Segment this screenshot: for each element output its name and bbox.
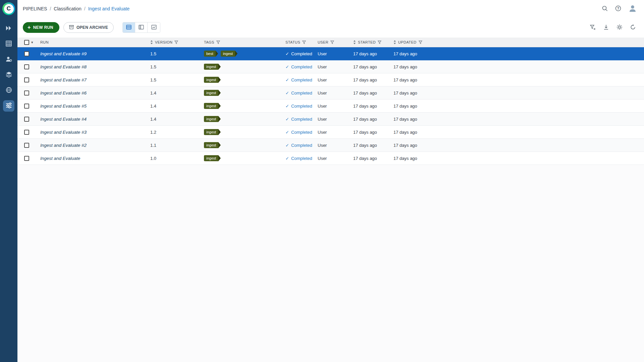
row-checkbox[interactable]	[24, 143, 29, 148]
layers-icon	[6, 71, 12, 79]
tag-ingest: ingest	[221, 51, 235, 57]
filter-icon[interactable]	[330, 41, 334, 44]
check-icon: ✓	[285, 130, 289, 135]
table-row[interactable]: Ingest and Evaluate #2 1.1 ingest ✓ Comp…	[17, 139, 644, 152]
column-header-started[interactable]: STARTED	[351, 40, 391, 44]
run-name-cell: Ingest and Evaluate #3	[38, 130, 148, 135]
sidebar-item-hyperdatasets[interactable]	[3, 69, 14, 81]
column-header-version[interactable]: VERSION	[148, 40, 201, 44]
run-tags: ingest	[201, 129, 283, 135]
row-checkbox[interactable]	[24, 130, 29, 135]
select-all-checkbox[interactable]	[24, 40, 29, 45]
table-view-button[interactable]	[123, 22, 135, 33]
worker-icon	[6, 56, 12, 64]
sidebar-item-reports[interactable]	[3, 85, 14, 96]
run-name[interactable]: Ingest and Evaluate #5	[40, 104, 87, 109]
run-name[interactable]: Ingest and Evaluate	[40, 156, 80, 161]
sidebar-nav	[3, 23, 14, 112]
run-updated: 17 days ago	[391, 104, 644, 109]
table-row[interactable]: Ingest and Evaluate #8 1.5 ingest ✓ Comp…	[17, 60, 644, 73]
sort-icon[interactable]	[150, 40, 153, 44]
run-name[interactable]: Ingest and Evaluate #9	[40, 51, 87, 56]
column-label: STARTED	[358, 40, 376, 44]
run-status: ✓ Completed	[283, 156, 315, 161]
split-view-button[interactable]	[135, 22, 148, 33]
run-user: User	[315, 77, 351, 82]
run-name[interactable]: Ingest and Evaluate #6	[40, 90, 87, 96]
new-run-button[interactable]: + NEW RUN	[23, 22, 59, 33]
table-row[interactable]: Ingest and Evaluate 1.0 ingest ✓ Complet…	[17, 152, 644, 165]
breadcrumb-separator: /	[84, 6, 86, 11]
row-checkbox[interactable]	[24, 51, 29, 56]
table-row[interactable]: Ingest and Evaluate #5 1.4 ingest ✓ Comp…	[17, 100, 644, 113]
row-checkbox[interactable]	[24, 156, 29, 161]
split-view-icon	[139, 25, 144, 31]
table-row[interactable]: Ingest and Evaluate #6 1.4 ingest ✓ Comp…	[17, 86, 644, 100]
run-name[interactable]: Ingest and Evaluate #2	[40, 143, 87, 148]
select-dropdown-caret[interactable]: ▾	[31, 40, 33, 45]
run-name[interactable]: Ingest and Evaluate #8	[40, 64, 87, 69]
open-archive-button[interactable]: OPEN ARCHIVE	[63, 22, 114, 33]
gear-icon	[616, 24, 623, 31]
download-button[interactable]	[603, 24, 609, 31]
row-checkbox[interactable]	[24, 90, 29, 96]
table-row[interactable]: Ingest and Evaluate #9 1.5 bestingest ✓ …	[17, 47, 644, 60]
run-updated: 17 days ago	[391, 77, 644, 82]
column-header-tags[interactable]: TAGS	[201, 40, 283, 44]
sort-icon[interactable]	[353, 40, 356, 44]
run-version: 1.4	[148, 90, 201, 96]
check-icon: ✓	[285, 156, 289, 161]
user-avatar[interactable]	[629, 4, 637, 13]
search-button[interactable]	[602, 5, 608, 12]
filter-icon[interactable]	[419, 41, 422, 44]
run-tags: ingest	[201, 77, 283, 83]
column-header-user[interactable]: USER	[315, 40, 351, 44]
clear-filters-button[interactable]	[590, 24, 596, 31]
status-label: Completed	[291, 77, 312, 82]
filter-icon[interactable]	[216, 41, 220, 44]
run-status: ✓ Completed	[283, 90, 315, 96]
row-checkbox[interactable]	[24, 117, 29, 122]
column-header-updated[interactable]: UPDATED	[391, 40, 644, 44]
run-name[interactable]: Ingest and Evaluate #4	[40, 117, 87, 122]
table-row[interactable]: Ingest and Evaluate #3 1.2 ingest ✓ Comp…	[17, 126, 644, 139]
filter-icon[interactable]	[302, 41, 306, 44]
toolbar-right-icons	[590, 24, 636, 31]
auto-refresh-button[interactable]	[630, 24, 636, 31]
sidebar-item-datasets[interactable]	[3, 39, 14, 50]
run-name[interactable]: Ingest and Evaluate #7	[40, 77, 87, 82]
row-checkbox[interactable]	[24, 64, 29, 69]
sidebar-item-pipelines[interactable]	[3, 100, 14, 112]
filter-icon[interactable]	[378, 41, 381, 44]
run-started: 17 days ago	[351, 156, 391, 161]
table-view-icon	[126, 25, 131, 31]
run-name[interactable]: Ingest and Evaluate #3	[40, 130, 87, 135]
run-user: User	[315, 156, 351, 161]
main-content: PIPELINES / Classification / Ingest and …	[17, 0, 644, 362]
sort-icon[interactable]	[393, 40, 396, 44]
run-tags: ingest	[201, 103, 283, 109]
tag-ingest: ingest	[204, 116, 218, 122]
row-checkbox[interactable]	[24, 77, 29, 82]
help-button[interactable]: ?	[615, 5, 621, 12]
pipelines-tune-icon	[6, 102, 12, 110]
filter-icon[interactable]	[174, 41, 178, 44]
column-header-status[interactable]: STATUS	[283, 40, 315, 44]
sidebar-item-workers[interactable]	[3, 54, 14, 65]
chart-view-button[interactable]	[148, 22, 160, 33]
breadcrumb: PIPELINES / Classification / Ingest and …	[23, 6, 129, 11]
row-checkbox[interactable]	[24, 104, 29, 109]
column-header-run[interactable]: RUN	[38, 40, 148, 44]
table-row[interactable]: Ingest and Evaluate #4 1.4 ingest ✓ Comp…	[17, 113, 644, 126]
run-name-cell: Ingest and Evaluate	[38, 156, 148, 161]
row-checkbox-cell	[17, 77, 38, 82]
run-updated: 17 days ago	[391, 90, 644, 96]
settings-button[interactable]	[616, 24, 623, 31]
clearml-logo[interactable]: C	[2, 2, 15, 15]
sidebar-item-projects[interactable]	[3, 23, 14, 35]
run-name-cell: Ingest and Evaluate #4	[38, 117, 148, 122]
archive-icon	[69, 25, 74, 31]
table-row[interactable]: Ingest and Evaluate #7 1.5 ingest ✓ Comp…	[17, 73, 644, 86]
breadcrumb-pipelines[interactable]: PIPELINES	[23, 6, 47, 11]
breadcrumb-project[interactable]: Classification	[54, 6, 81, 11]
